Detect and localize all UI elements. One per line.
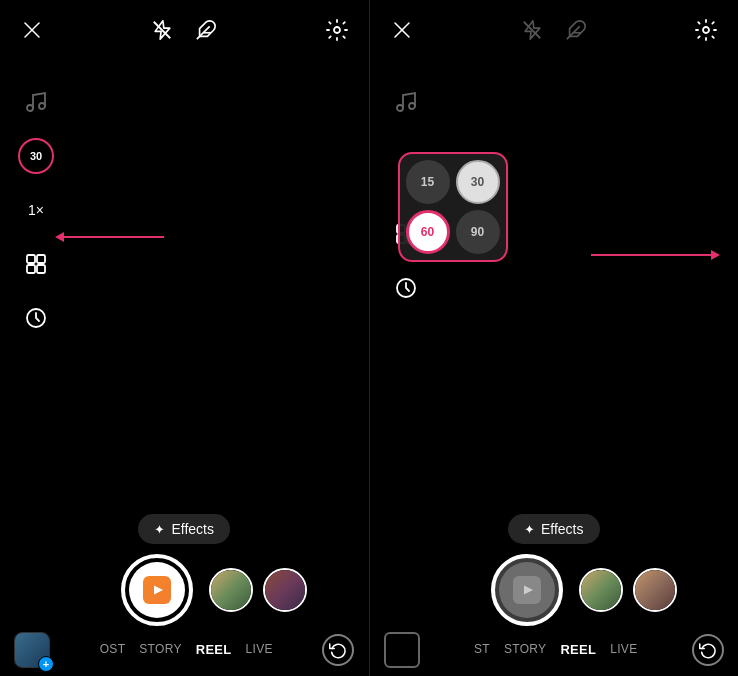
speed-button-1[interactable]: 1× [18, 192, 54, 228]
timer-button-1[interactable]: 30 [18, 138, 54, 174]
svg-point-21 [409, 103, 415, 109]
thumbnails-1 [209, 568, 307, 612]
svg-rect-10 [27, 265, 35, 273]
bottom-area-1: ✦ Effects [0, 514, 369, 676]
arrow-line-1 [64, 236, 164, 238]
capture-button-2[interactable] [491, 554, 563, 626]
avatar-1[interactable]: + [14, 632, 50, 668]
svg-point-19 [703, 27, 709, 33]
thumbnail-2-1[interactable] [579, 568, 623, 612]
settings-button-2[interactable] [692, 16, 720, 44]
effects-row-1: ✦ Effects [0, 514, 369, 544]
reels-icon-1 [143, 576, 171, 604]
layout-icon-1[interactable] [18, 246, 54, 282]
music-icon-2[interactable] [388, 84, 424, 120]
timer-value-1: 30 [30, 150, 42, 162]
timer-dropdown-2: 15 30 60 90 [398, 152, 508, 262]
svg-point-20 [397, 105, 403, 111]
thumb-image-1-2 [265, 570, 305, 610]
tab-reel-1[interactable]: REEL [196, 642, 232, 657]
rotate-button-1[interactable] [322, 634, 354, 666]
side-controls-1: 30 1× [18, 84, 54, 336]
settings-button-1[interactable] [323, 16, 351, 44]
tab-live-1[interactable]: LIVE [246, 642, 273, 656]
arrow-head-left-1 [55, 232, 64, 242]
thumbnail-2-2[interactable] [633, 568, 677, 612]
rotate-button-2[interactable] [692, 634, 724, 666]
reels-icon-2 [513, 576, 541, 604]
flash-off-icon-1[interactable] [148, 16, 176, 44]
top-bar-2 [370, 0, 739, 54]
viewfinder-2: 15 30 60 90 [370, 54, 739, 514]
capture-button-1[interactable] [121, 554, 193, 626]
top-center-icons-2 [518, 16, 590, 44]
timer-90-label-2: 90 [471, 225, 484, 239]
thumbnails-2 [579, 568, 677, 612]
timer-30-label-2: 30 [471, 175, 484, 189]
bottom-area-2: ✦ Effects [370, 514, 739, 676]
arrow-indicator-1 [55, 232, 164, 242]
close-button-1[interactable] [18, 16, 46, 44]
arrow-head-right-2 [711, 250, 720, 260]
capture-inner-1 [129, 562, 185, 618]
thumb-image-2-2 [635, 570, 675, 610]
timer-90-2[interactable]: 90 [456, 210, 500, 254]
timer-15-2[interactable]: 15 [406, 160, 450, 204]
effects-row-2: ✦ Effects [370, 514, 739, 544]
tab-live-2[interactable]: LIVE [610, 642, 637, 656]
arrow-indicator-2 [591, 250, 720, 260]
timer-15-label-2: 15 [421, 175, 434, 189]
top-bar-1 [0, 0, 369, 54]
effects-button-2[interactable]: ✦ Effects [508, 514, 600, 544]
thumb-image-1-1 [211, 570, 251, 610]
tab-reel-2[interactable]: REEL [560, 642, 596, 657]
music-icon-1[interactable] [18, 84, 54, 120]
nav-tabs-1: OST STORY REEL LIVE [100, 638, 273, 663]
nav-row-1: + OST STORY REEL LIVE [0, 632, 369, 668]
sparkle-icon-2: ✦ [524, 522, 535, 537]
capture-row-2 [370, 554, 739, 626]
top-center-icons-1 [148, 16, 220, 44]
clock-icon-1[interactable] [18, 300, 54, 336]
viewfinder-1: 30 1× [0, 54, 369, 514]
flash-off-icon-2[interactable] [518, 16, 546, 44]
timer-60-label-2: 60 [421, 225, 434, 239]
feather-icon-2[interactable] [562, 16, 590, 44]
effects-button-1[interactable]: ✦ Effects [138, 514, 230, 544]
panel-1: 30 1× [0, 0, 369, 676]
capture-row-1 [0, 554, 369, 626]
thumb-image-2-1 [581, 570, 621, 610]
feather-icon-1[interactable] [192, 16, 220, 44]
clock-icon-2[interactable] [388, 270, 424, 306]
nav-tabs-2: ST STORY REEL LIVE [474, 638, 637, 663]
panel-2: 15 30 60 90 [370, 0, 739, 676]
svg-point-6 [27, 105, 33, 111]
thumbnail-1-2[interactable] [263, 568, 307, 612]
tab-story-2[interactable]: STORY [504, 642, 546, 656]
effects-label-1: Effects [171, 521, 214, 537]
svg-point-5 [334, 27, 340, 33]
tab-post-1[interactable]: OST [100, 642, 126, 656]
tab-post-2[interactable]: ST [474, 642, 490, 656]
capture-inner-2 [499, 562, 555, 618]
svg-rect-9 [37, 255, 45, 263]
plus-badge-1: + [38, 656, 54, 672]
sparkle-icon-1: ✦ [154, 522, 165, 537]
effects-label-2: Effects [541, 521, 584, 537]
nav-row-2: ST STORY REEL LIVE [370, 632, 739, 668]
side-controls-2: 15 30 60 90 [388, 84, 424, 306]
thumbnail-1-1[interactable] [209, 568, 253, 612]
small-square-2[interactable] [384, 632, 420, 668]
timer-60-2[interactable]: 60 [406, 210, 450, 254]
svg-rect-11 [37, 265, 45, 273]
svg-rect-8 [27, 255, 35, 263]
arrow-line-2 [591, 254, 711, 256]
tab-story-1[interactable]: STORY [139, 642, 181, 656]
timer-30-2[interactable]: 30 [456, 160, 500, 204]
close-button-2[interactable] [388, 16, 416, 44]
